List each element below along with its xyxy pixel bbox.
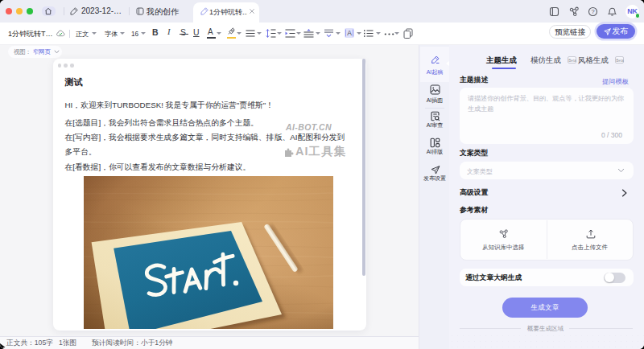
svg-text:A: A (347, 29, 352, 37)
svg-text:?: ? (591, 8, 594, 15)
